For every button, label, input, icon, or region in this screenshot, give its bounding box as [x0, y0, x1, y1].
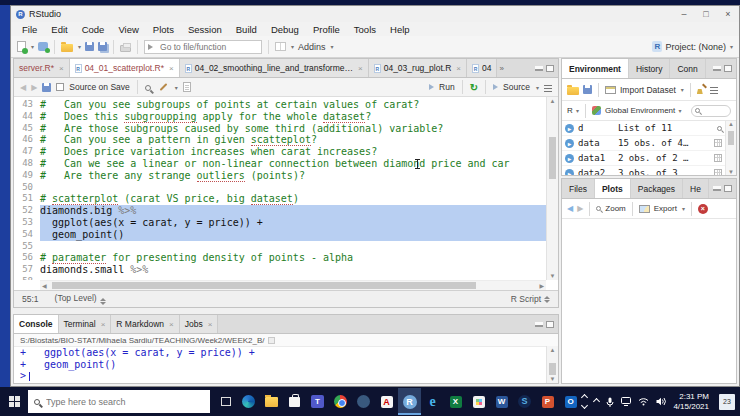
tab-overflow-icon[interactable]: » — [497, 64, 505, 73]
previous-plot-icon[interactable]: ◀ — [567, 204, 573, 213]
console-tab-jobs[interactable]: Jobs× — [180, 315, 219, 333]
photos-icon[interactable] — [467, 388, 490, 415]
code-line-48[interactable]: 48# Can we see a linear or non-linear co… — [14, 158, 558, 170]
env-row-data1[interactable]: ▶data12 obs. of 2 … — [562, 151, 725, 166]
editor-tab-04-02-smoothing-line-and-transforme[interactable]: R04_02_smoothing_line_and_transforme…× — [180, 59, 369, 77]
editor-tab-04-03-rug-plot-r[interactable]: R04_03_rug_plot.R× — [369, 59, 467, 77]
code-line-56[interactable]: 56# paramater for presenting density of … — [14, 252, 558, 264]
tab-plots[interactable]: Plots — [595, 179, 631, 198]
scrollbar-thumb[interactable] — [728, 131, 734, 145]
tab-he[interactable]: He — [683, 179, 709, 198]
grid-icon[interactable] — [714, 139, 722, 147]
scroll-left-icon[interactable]: ◀ — [42, 282, 47, 289]
editor-vertical-scrollbar[interactable]: ▲ ▼ — [546, 97, 558, 280]
menu-plots[interactable]: Plots — [146, 24, 181, 35]
view-icon[interactable] — [717, 126, 722, 131]
code-line-47[interactable]: 47# Does price variation increases when … — [14, 146, 558, 158]
tab-packages[interactable]: Packages — [631, 179, 683, 198]
env-row-data2[interactable]: ▶data23 obs. of 3 — [562, 166, 725, 175]
environment-search[interactable] — [691, 105, 731, 117]
close-tab-icon[interactable]: × — [59, 64, 64, 73]
menu-build[interactable]: Build — [229, 24, 264, 35]
zoom-button[interactable]: Zoom — [605, 204, 625, 213]
source-button[interactable]: Source — [503, 82, 530, 92]
tab-conn[interactable]: Conn — [670, 59, 705, 78]
compile-report-icon[interactable] — [183, 82, 191, 92]
taskbar-search-input[interactable] — [44, 396, 184, 408]
excel-icon[interactable]: X — [444, 388, 467, 415]
minimize-pane-icon[interactable] — [713, 66, 721, 71]
close-tab-icon[interactable]: × — [169, 64, 174, 73]
editor-tab-04[interactable]: R04 — [467, 59, 497, 77]
taskbar-clock[interactable]: 2:31 PM 4/15/2021 — [673, 392, 709, 412]
minimize-pane-icon[interactable] — [535, 66, 543, 71]
maximize-pane-icon[interactable] — [724, 65, 732, 72]
store-icon[interactable] — [283, 388, 306, 415]
menu-tools[interactable]: Tools — [347, 24, 383, 35]
maximize-button[interactable]: □ — [695, 6, 717, 22]
maximize-pane-icon[interactable] — [546, 321, 554, 328]
taskbar-search[interactable] — [28, 390, 210, 413]
menu-debug[interactable]: Debug — [264, 24, 306, 35]
expand-icon[interactable]: ▶ — [565, 139, 574, 148]
save-icon[interactable] — [85, 42, 94, 51]
close-tab-icon[interactable]: × — [169, 320, 174, 329]
menu-session[interactable]: Session — [181, 24, 229, 35]
workspace-panes-icon[interactable] — [275, 42, 286, 51]
expand-icon[interactable]: ▶ — [565, 169, 574, 176]
editor-tab-server-r[interactable]: server.R*× — [14, 59, 70, 77]
scroll-up-icon[interactable]: ▲ — [726, 121, 736, 127]
env-row-data[interactable]: ▶data15 obs. of 4… — [562, 136, 725, 151]
close-tab-icon[interactable]: × — [208, 320, 213, 329]
menu-file[interactable]: File — [15, 24, 44, 35]
scroll-down-icon[interactable]: ▼ — [726, 169, 736, 175]
export-button[interactable]: Export — [654, 204, 677, 213]
code-line-53[interactable]: 53 ggplot(aes(x = carat, y = price)) + — [14, 217, 558, 229]
environment-selector[interactable]: Global Environment ▾ — [605, 106, 682, 115]
editor-tab-04-01-scatterplot-r[interactable]: R04_01_scatterplot.R*× — [70, 59, 180, 77]
menu-help[interactable]: Help — [383, 24, 417, 35]
file-type-selector[interactable]: R Script — [511, 294, 550, 304]
run-button[interactable]: Run — [439, 82, 455, 92]
code-line-54[interactable]: 54 geom_point() — [14, 229, 558, 241]
console-tab-r-markdown[interactable]: R Markdown× — [111, 315, 179, 333]
delete-plot-icon[interactable]: × — [698, 204, 708, 214]
project-selector[interactable]: R Project: (None) ▾ — [652, 41, 733, 52]
notes-badge[interactable]: 23 — [719, 394, 735, 410]
scroll-up-icon[interactable]: ▲ — [547, 347, 558, 353]
console-tab-terminal[interactable]: Terminal× — [59, 315, 112, 333]
print-icon[interactable] — [120, 45, 131, 52]
chrome-icon[interactable] — [329, 388, 352, 415]
save-workspace-icon[interactable] — [583, 85, 592, 94]
code-line-50[interactable]: 50 — [14, 182, 558, 194]
grid-icon[interactable] — [714, 169, 722, 175]
load-workspace-icon[interactable] — [567, 87, 579, 95]
code-line-52[interactable]: 52diamonds.big %>% — [14, 205, 558, 217]
scrollbar-thumb[interactable] — [549, 137, 556, 179]
open-file-icon[interactable] — [61, 44, 73, 52]
scroll-up-icon[interactable]: ▲ — [547, 98, 558, 104]
hidden-icons-chevron[interactable] — [593, 398, 600, 405]
menu-edit[interactable]: Edit — [44, 24, 74, 35]
scope-selector[interactable]: (Top Level) — [55, 293, 106, 305]
document-outline-icon[interactable] — [544, 85, 552, 92]
magic-wand-icon[interactable] — [159, 83, 167, 91]
taskbar-scroll-chevrons[interactable] — [582, 395, 587, 408]
console-scrollbar[interactable]: ▲ ▼ — [546, 346, 558, 383]
rerun-icon[interactable]: ↻ — [470, 82, 478, 93]
scrollbar-thumb[interactable] — [549, 363, 556, 375]
scroll-down-icon[interactable]: ▼ — [547, 376, 558, 382]
file-explorer-icon[interactable] — [260, 388, 283, 415]
grid-icon[interactable] — [714, 154, 722, 162]
outlook-icon[interactable]: O — [559, 388, 582, 415]
speaker-icon[interactable] — [656, 397, 666, 406]
code-line-49[interactable]: 49# Are there any strange outliers (poin… — [14, 170, 558, 182]
editor-horizontal-scrollbar[interactable]: ◀ ▶ — [40, 280, 546, 290]
wifi-icon[interactable] — [638, 397, 649, 406]
forward-icon[interactable]: ▶ — [31, 83, 37, 92]
code-line-51[interactable]: 51# scatterplot (carat VS price, big dat… — [14, 193, 558, 205]
task-view-icon[interactable] — [214, 388, 237, 415]
source-on-save-checkbox[interactable] — [56, 83, 64, 91]
code-line-44[interactable]: 44# Does this subgroupping apply for the… — [14, 111, 558, 123]
minimize-pane-icon[interactable] — [713, 186, 721, 191]
